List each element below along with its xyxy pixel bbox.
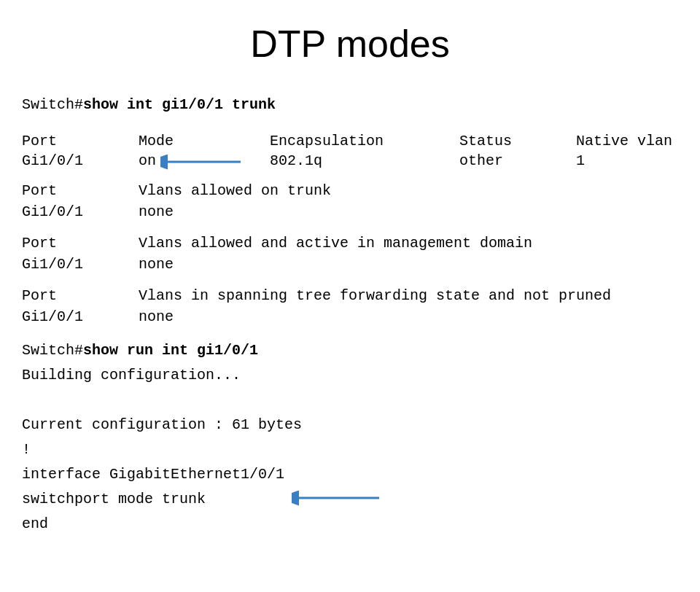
switchport-line: switchport mode trunk [22, 488, 678, 510]
cell-port: Gi1/0/1 [22, 152, 139, 169]
vlans-none-3: none [139, 308, 678, 325]
vlans-allowed-active-value: Gi1/0/1 none [22, 256, 678, 273]
col-header-native-vlan: Native vlan [576, 133, 700, 149]
command-show-run: Switch#show run int gi1/0/1 [22, 340, 678, 362]
vlans-gi-label-1: Gi1/0/1 [22, 203, 139, 220]
cell-native-vlan: 1 [576, 152, 700, 169]
table-header-row: Port Mode Encapsulation Status Native vl… [22, 133, 678, 149]
command-show-trunk: Switch#show int gi1/0/1 trunk [22, 95, 678, 115]
command-prefix-2: Switch# [22, 342, 83, 359]
col-header-port: Port [22, 133, 139, 149]
vlans-allowed-on-trunk-header: Port Vlans allowed on trunk [22, 182, 678, 199]
vlans-spanning-tree-text: Vlans in spanning tree forwarding state … [139, 287, 678, 304]
vlans-port-label-2: Port [22, 235, 139, 252]
col-header-encapsulation: Encapsulation [270, 133, 459, 149]
vlans-none-1: none [139, 203, 678, 220]
table-data-row: Gi1/0/1 on 802.1q other 1 [22, 152, 678, 169]
end-keyword: end [22, 513, 678, 535]
arrow-left-2 [292, 487, 386, 509]
col-header-mode: Mode [139, 133, 270, 149]
command-text-1: show int gi1/0/1 trunk [83, 96, 276, 113]
interface-line: interface GigabitEthernet1/0/1 [22, 464, 678, 486]
page-title: DTP modes [22, 22, 678, 66]
switchport-text: switchport mode trunk [22, 491, 206, 507]
col-header-status: Status [459, 133, 576, 149]
cell-mode: on [139, 152, 270, 169]
vlans-allowed-active-header: Port Vlans allowed and active in managem… [22, 235, 678, 252]
vlans-gi-label-2: Gi1/0/1 [22, 256, 139, 273]
command-text-2: show run int gi1/0/1 [83, 342, 258, 359]
cell-encapsulation: 802.1q [270, 152, 459, 169]
cell-status: other [459, 152, 576, 169]
building-config: Building configuration... [22, 365, 678, 386]
exclamation-mark: ! [22, 439, 678, 461]
vlans-gi-label-3: Gi1/0/1 [22, 308, 139, 325]
vlans-allowed-on-trunk-text: Vlans allowed on trunk [139, 182, 678, 199]
vlans-port-label-3: Port [22, 287, 139, 304]
vlans-none-2: none [139, 256, 678, 273]
vlans-allowed-active-text: Vlans allowed and active in management d… [139, 235, 678, 252]
current-config: Current configuration : 61 bytes [22, 414, 678, 436]
spacer-1 [22, 389, 678, 411]
vlans-port-label-1: Port [22, 182, 139, 199]
vlans-spanning-tree-value: Gi1/0/1 none [22, 308, 678, 325]
vlans-allowed-on-trunk-value: Gi1/0/1 none [22, 203, 678, 220]
arrow-left-1 [160, 151, 248, 173]
command-prefix-1: Switch# [22, 96, 83, 113]
vlans-spanning-tree-header: Port Vlans in spanning tree forwarding s… [22, 287, 678, 304]
